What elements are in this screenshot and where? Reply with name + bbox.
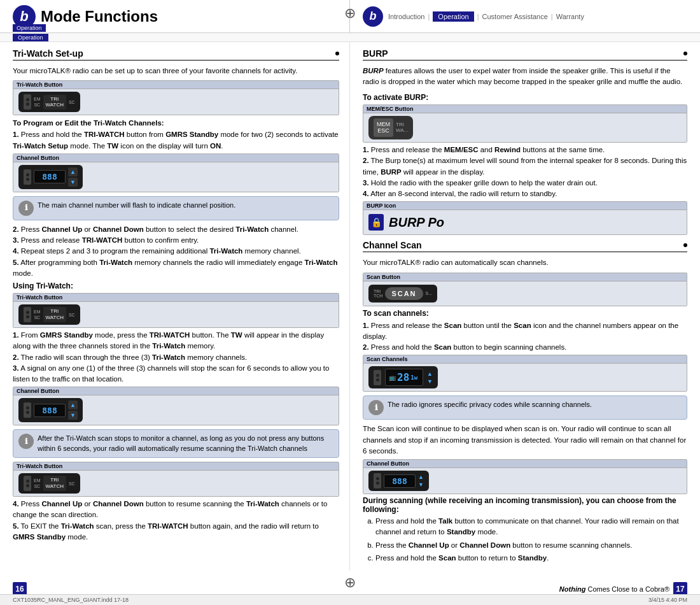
channel-button-img-1: Channel Button 888 ▲ ▼ <box>13 153 339 192</box>
nav-customer-assistance[interactable]: Customer Assistance <box>482 13 548 20</box>
radio-device-channel-2: 888 ▲ ▼ <box>18 398 83 422</box>
tri-watch-label-3: Tri-Watch Button <box>13 462 339 471</box>
tri-watch-btn-visual: TRIWATCH <box>43 95 66 110</box>
left-column: Tri-Watch Set-up Your microTALK® radio c… <box>0 42 350 571</box>
burp-section-title: BURP <box>363 48 687 60</box>
page-title: Mode Functions <box>41 8 158 25</box>
file-info: CXT1035RC_MANL_ENG_GIANT.indd 17-18 <box>13 597 129 603</box>
during-scanning-heading: During scanning (while receiving an inco… <box>363 496 687 514</box>
nav-warranty[interactable]: Warranty <box>556 13 584 20</box>
file-date: 3/4/15 4:40 PM <box>648 597 687 603</box>
channel-button-scan-label: Channel Button <box>363 460 687 468</box>
burp-steps: 1. Press and release the MEM/ESC and Rew… <box>363 145 687 199</box>
note-box-1: ℹ The main channel number will flash to … <box>13 196 339 220</box>
scan-channels-label: Scan Channels <box>363 355 687 364</box>
nav-tabs: Introduction | Operation | Customer Assi… <box>388 11 584 22</box>
main-content: Tri-Watch Set-up Your microTALK® radio c… <box>0 42 700 571</box>
operation-label: Operation <box>13 24 46 32</box>
scan-button-label: Scan Button <box>363 273 687 281</box>
scan-channels-img: Scan Channels 📺 28 1w ▲ ▼ <box>363 355 687 392</box>
burp-icon-img: BURP Icon 🔒 BURP Po <box>363 201 687 235</box>
tri-watch-button-img-2: Tri-Watch Button EM SC TRIWATCH SC <box>13 293 339 328</box>
tri-watch-intro: Your microTALK® radio can be set up to s… <box>13 66 339 76</box>
radio-device-1: EM SC TRIWATCH SC <box>18 92 80 112</box>
mem-esc-label: MEM/ESC Button <box>363 105 687 113</box>
channel-label-2: Channel Button <box>13 387 339 395</box>
radio-device-channel-1: 888 ▲ ▼ <box>18 165 83 189</box>
tri-watch-button-img-1: Tri-Watch Button EM SC TRIWATCH SC <box>13 80 339 115</box>
program-steps-2-5: 2. Press Channel Up or Channel Down butt… <box>13 224 339 279</box>
radio-device-2: EM SC TRIWATCH SC <box>18 304 80 325</box>
burp-icon-label: BURP Icon <box>363 202 687 210</box>
left-header: b Mode Functions Operation <box>0 0 350 32</box>
scan-continuation: The Scan icon will continue to be displa… <box>363 424 687 457</box>
scan-steps: 1. Press and release the Scan button unt… <box>363 320 687 353</box>
tri-watch-btn-visual-3: TRIWATCH <box>43 476 66 490</box>
nav-operation[interactable]: Operation <box>433 11 473 22</box>
scan-channels-heading: To scan channels: <box>363 309 687 318</box>
scan-device: TRITCH SCAN S... <box>368 285 437 302</box>
operation-sub-label: Operation <box>13 34 48 41</box>
program-heading: To Program or Edit the Tri-Watch Channel… <box>13 119 339 127</box>
channel-button-img-2: Channel Button 888 ▲ ▼ <box>13 387 339 425</box>
tri-watch-label-2: Tri-Watch Button <box>13 294 339 302</box>
footer-tagline: Nothing Comes Close to a Cobra® <box>559 585 669 593</box>
scan-btn-display: SCAN <box>385 287 423 300</box>
right-icon-letter: b <box>370 10 377 23</box>
note-box-2: ℹ After the Tri-Watch scan stops to moni… <box>13 429 339 458</box>
tri-watch-btn-visual-2: TRIWATCH <box>43 307 66 322</box>
burp-display-text: BURP Po <box>389 215 444 230</box>
channel-scan-section-title: Channel Scan <box>363 240 687 252</box>
during-scanning-list: Press and hold the Talk button to commun… <box>363 516 687 564</box>
radio-device-3: EM SC TRIWATCH SC <box>18 473 80 494</box>
remaining-steps: 4. Press Channel Up or Channel Down butt… <box>13 499 339 543</box>
burp-intro: BURP features allows the user to expel w… <box>363 66 687 88</box>
top-crosshair-icon: ⊕ <box>344 5 356 22</box>
channel-button-scan-img: Channel Button 888 ▲ ▼ <box>363 459 687 494</box>
mem-esc-button-img: MEM/ESC Button MEMESC TRIWA... <box>363 104 687 143</box>
mem-esc-device: MEMESC TRIWA... <box>368 116 413 140</box>
scan-note-icon: ℹ <box>368 400 384 415</box>
using-steps: 1. From GMRS Standby mode, press the TRI… <box>13 330 339 385</box>
burp-padlock-icon: 🔒 <box>368 214 384 231</box>
channel-scan-intro: Your microTALK® radio can automatically … <box>363 257 687 268</box>
note-icon-2: ℹ <box>18 434 34 449</box>
program-steps: 1. Press and hold the TRI-WATCH button f… <box>13 129 339 152</box>
mem-esc-btn: MEMESC <box>374 118 393 138</box>
tri-watch-button-img-3: Tri-Watch Button EM SC TRIWATCH SC <box>13 462 339 497</box>
right-column: BURP BURP features allows the user to ex… <box>350 42 700 571</box>
radio-device-channel-scan: 888 ▲ ▼ <box>368 471 429 491</box>
left-icon-letter: b <box>20 8 28 25</box>
channel-label-1: Channel Button <box>13 154 339 162</box>
scan-channels-device: 📺 28 1w ▲ ▼ <box>368 366 438 388</box>
tri-watch-label-1: Tri-Watch Button <box>13 81 339 89</box>
file-footer: CXT1035RC_MANL_ENG_GIANT.indd 17-18 3/4/… <box>0 594 700 605</box>
nav-introduction[interactable]: Introduction <box>388 13 424 20</box>
right-header-icon: b <box>363 6 383 27</box>
activate-burp-heading: To activate BURP: <box>363 93 687 102</box>
tri-watch-section-title: Tri-Watch Set-up <box>13 48 339 60</box>
scan-button-img: Scan Button TRITCH SCAN S... <box>363 273 687 306</box>
using-heading: Using Tri-Watch: <box>13 281 339 290</box>
right-header: b Introduction | Operation | Customer As… <box>350 0 700 32</box>
scan-note-box: ℹ The radio ignores specific privacy cod… <box>363 395 687 420</box>
note-icon-1: ℹ <box>18 201 34 216</box>
